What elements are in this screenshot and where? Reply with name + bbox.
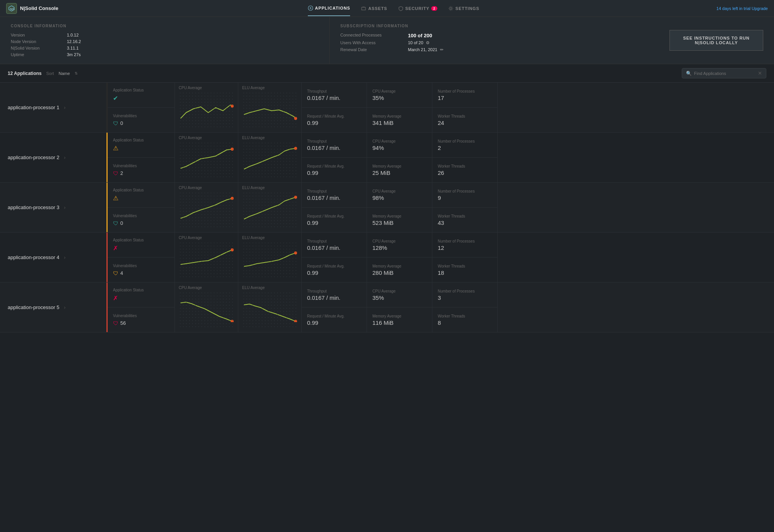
- vuln-label: Vulnerabilities: [113, 164, 169, 168]
- proc-half: Number of Processes 17: [432, 83, 497, 108]
- req-label: Request / Minute Avg.: [307, 264, 361, 268]
- proc-label: Number of Processes: [438, 139, 492, 143]
- cpu-chart-area: [179, 241, 234, 279]
- mem-label: Memory Average: [372, 214, 427, 218]
- throughput-half: Throughput 0.0167 / min.: [302, 283, 367, 308]
- app-row-expand-icon[interactable]: ›: [64, 155, 65, 160]
- trial-notice: 14 days left in trial Upgrade: [716, 6, 768, 11]
- app-name-cell[interactable]: application-processor 5 ›: [0, 283, 108, 332]
- run-button-area: SEE INSTRUCTIONS TO RUN N|SOLID LOCALLY: [659, 17, 774, 64]
- threads-label: Worker Threads: [438, 314, 492, 318]
- run-nsolid-button[interactable]: SEE INSTRUCTIONS TO RUN N|SOLID LOCALLY: [669, 30, 763, 51]
- proc-label: Number of Processes: [438, 239, 492, 243]
- subscription-info-title: SUBSCRIPTION INFORMATION: [340, 24, 648, 28]
- console-info-grid: Version 1.0.12 Node Version 12.16.2 N|So…: [11, 33, 319, 57]
- security-badge: 2: [431, 6, 437, 11]
- vuln-half: Vulnerabilities 🛡2: [108, 158, 174, 182]
- table-row: application-processor 4 › Application St…: [0, 233, 774, 283]
- nav-item-security[interactable]: SECURITY 2: [398, 1, 438, 16]
- search-input[interactable]: [694, 71, 756, 76]
- elu-chart-cell: ELU Average: [238, 233, 302, 282]
- cpu-chart-cell: CPU Average: [175, 133, 238, 182]
- vuln-shield-icon: 🛡: [113, 220, 118, 226]
- version-label: Version: [11, 33, 61, 37]
- req-label: Request / Minute Avg.: [307, 114, 361, 118]
- uptime-value: 3m 27s: [67, 52, 319, 57]
- app-name: application-processor 2: [8, 155, 59, 160]
- req-value: 0.99: [307, 170, 361, 176]
- status-half: Application Status ⚠: [108, 133, 174, 158]
- cpu-chart-cell: CPU Average: [175, 233, 238, 282]
- sort-value[interactable]: Name: [58, 71, 70, 76]
- app-name-cell[interactable]: application-processor 1 ›: [0, 83, 108, 132]
- search-box[interactable]: 🔍 ✕: [682, 68, 766, 78]
- app-row-expand-icon[interactable]: ›: [64, 305, 65, 310]
- nav-label-security: SECURITY: [405, 6, 430, 11]
- elu-chart-cell: ELU Average: [238, 133, 302, 182]
- elu-chart-label: ELU Average: [242, 136, 297, 140]
- proc-half: Number of Processes 2: [432, 133, 497, 158]
- cpu-chart-area: [179, 191, 234, 229]
- proc-label: Number of Processes: [438, 89, 492, 93]
- cpu-pct-value: 35%: [372, 294, 427, 301]
- nav-item-assets[interactable]: ASSETS: [361, 1, 387, 16]
- app-row-expand-icon[interactable]: ›: [64, 105, 65, 110]
- connected-processes-label: Connected Processes: [340, 33, 402, 38]
- throughput-cell: Throughput 0.0167 / min. Request / Minut…: [302, 283, 367, 332]
- nsolid-version-label: N|Solid Version: [11, 46, 61, 50]
- console-info-title: CONSOLE INFORMATION: [11, 24, 319, 28]
- search-clear-icon[interactable]: ✕: [758, 70, 762, 76]
- proc-threads-cell: Number of Processes 3 Worker Threads 8: [432, 283, 498, 332]
- uptime-label: Uptime: [11, 52, 61, 57]
- app-name-cell[interactable]: application-processor 2 ›: [0, 133, 108, 182]
- cpu-mem-cell: CPU Average 94% Memory Average 25 MiB: [367, 133, 432, 182]
- req-value: 0.99: [307, 219, 361, 226]
- info-section: CONSOLE INFORMATION Version 1.0.12 Node …: [0, 17, 774, 64]
- proc-half: Number of Processes 9: [432, 183, 497, 208]
- cpu-pct-label: CPU Average: [372, 139, 427, 143]
- elu-chart-area: [242, 291, 297, 329]
- mem-half: Memory Average 116 MiB: [367, 308, 432, 332]
- app-status-label: Application Status: [113, 88, 169, 92]
- vuln-half: Vulnerabilities 🛡0: [108, 208, 174, 232]
- throughput-value: 0.0167 / min.: [307, 195, 361, 201]
- threads-half: Worker Threads 26: [432, 158, 497, 182]
- threads-label: Worker Threads: [438, 264, 492, 268]
- vuln-label: Vulnerabilities: [113, 214, 169, 218]
- app-name: application-processor 4: [8, 254, 59, 260]
- elu-chart-label: ELU Average: [242, 186, 297, 190]
- throughput-cell: Throughput 0.0167 / min. Request / Minut…: [302, 183, 367, 232]
- threads-half: Worker Threads 18: [432, 258, 497, 282]
- users-settings-icon[interactable]: ⚙: [426, 40, 430, 45]
- cpu-pct-value: 128%: [372, 244, 427, 251]
- proc-threads-cell: Number of Processes 2 Worker Threads 26: [432, 133, 498, 182]
- nav-item-applications[interactable]: APPLICATIONS: [308, 1, 350, 16]
- throughput-label: Throughput: [307, 189, 361, 193]
- nav-label-applications: APPLICATIONS: [315, 6, 350, 10]
- threads-value: 8: [438, 319, 492, 326]
- threads-value: 26: [438, 170, 492, 176]
- threads-label: Worker Threads: [438, 164, 492, 168]
- upgrade-link[interactable]: Upgrade: [752, 6, 768, 11]
- status-vuln-cell: Application Status ✗ Vulnerabilities 🛡4: [108, 233, 175, 282]
- nav-item-settings[interactable]: SETTINGS: [448, 1, 479, 16]
- sort-direction-icons[interactable]: ⇅: [75, 71, 78, 75]
- app-row-expand-icon[interactable]: ›: [64, 255, 65, 260]
- vuln-count: 56: [120, 320, 126, 326]
- app-name-cell[interactable]: application-processor 3 ›: [0, 183, 108, 232]
- cpu-chart-cell: CPU Average: [175, 283, 238, 332]
- throughput-value: 0.0167 / min.: [307, 244, 361, 251]
- edit-renewal-icon[interactable]: ✏: [440, 47, 443, 52]
- renewal-date-value: March 21, 2021 ✏: [408, 47, 648, 52]
- logo[interactable]: N|S N|Solid Console: [6, 3, 58, 14]
- app-row-expand-icon[interactable]: ›: [64, 205, 65, 210]
- mem-label: Memory Average: [372, 264, 427, 268]
- subscription-info-panel: SUBSCRIPTION INFORMATION Connected Proce…: [330, 17, 659, 64]
- throughput-label: Throughput: [307, 89, 361, 93]
- status-vuln-cell: Application Status ⚠ Vulnerabilities 🛡0: [108, 183, 175, 232]
- cpu-pct-half: CPU Average 128%: [367, 233, 432, 258]
- app-name-cell[interactable]: application-processor 4 ›: [0, 233, 108, 282]
- vuln-shield-icon: 🛡: [113, 270, 118, 276]
- svg-rect-3: [362, 7, 365, 10]
- app-name: application-processor 1: [8, 105, 59, 110]
